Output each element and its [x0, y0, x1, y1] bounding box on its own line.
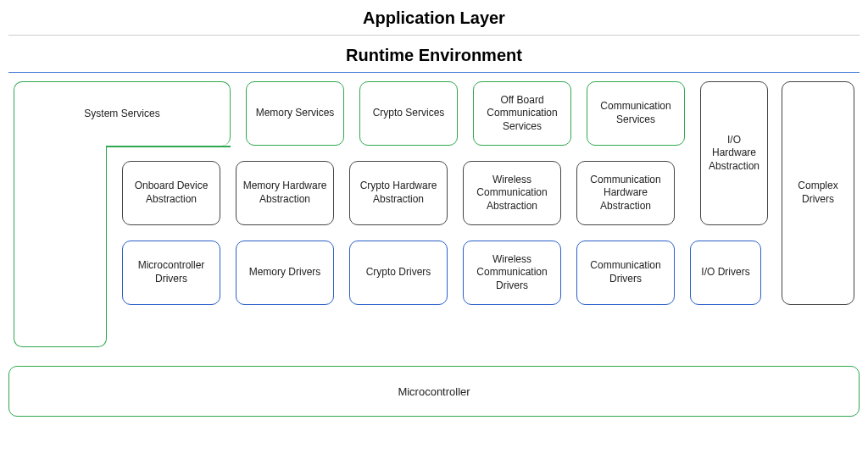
crypto-services-block: Crypto Services [359, 81, 458, 146]
communication-hw-abstraction-block: Communication Hardware Abstraction [576, 161, 675, 225]
crypto-drivers-block: Crypto Drivers [349, 241, 448, 305]
communication-drivers-block: Communication Drivers [576, 241, 675, 305]
onboard-device-abstraction-label: Onboard Device Abstraction [128, 180, 214, 206]
system-services-block-stem [14, 146, 107, 347]
system-services-patch [15, 139, 106, 156]
microcontroller-drivers-block: Microcontroller Drivers [122, 241, 220, 305]
wireless-comm-drivers-block: Wireless Communication Drivers [463, 241, 561, 305]
memory-services-block: Memory Services [246, 81, 344, 146]
io-hardware-abstraction-block: I/O Hardware Abstraction [700, 81, 768, 225]
wireless-comm-abstraction-block: Wireless Communication Abstraction [463, 161, 561, 225]
diagram-root: Application Layer Runtime Environment Sy… [0, 8, 868, 417]
communication-services-label: Communication Services [593, 100, 679, 126]
wireless-comm-drivers-label: Wireless Communication Drivers [469, 253, 555, 293]
io-drivers-block: I/O Drivers [690, 241, 761, 305]
memory-hw-abstraction-label: Memory Hardware Abstraction [242, 180, 328, 206]
offboard-comm-services-label: Off Board Communication Services [479, 94, 565, 134]
microcontroller-block: Microcontroller [8, 366, 860, 417]
complex-drivers-label: Complex Drivers [787, 180, 849, 206]
communication-drivers-label: Communication Drivers [582, 259, 669, 285]
crypto-drivers-label: Crypto Drivers [366, 266, 431, 279]
system-services-block: System Services [14, 81, 231, 146]
bsw-grid: System Services Memory Services Crypto S… [8, 81, 860, 352]
microcontroller-label: Microcontroller [398, 385, 470, 398]
complex-drivers-block: Complex Drivers [782, 81, 854, 305]
memory-services-label: Memory Services [256, 107, 335, 120]
communication-hw-abstraction-label: Communication Hardware Abstraction [582, 174, 669, 213]
microcontroller-drivers-label: Microcontroller Drivers [128, 259, 214, 285]
onboard-device-abstraction-block: Onboard Device Abstraction [122, 161, 220, 225]
memory-drivers-label: Memory Drivers [249, 266, 321, 279]
crypto-hw-abstraction-label: Crypto Hardware Abstraction [355, 180, 442, 206]
runtime-environment-title: Runtime Environment [346, 46, 522, 65]
crypto-hw-abstraction-block: Crypto Hardware Abstraction [349, 161, 448, 225]
divider-runtime [8, 72, 860, 73]
memory-hw-abstraction-block: Memory Hardware Abstraction [236, 161, 334, 225]
io-hardware-abstraction-label: I/O Hardware Abstraction [706, 134, 762, 174]
offboard-comm-services-block: Off Board Communication Services [473, 81, 571, 146]
memory-drivers-block: Memory Drivers [236, 241, 334, 305]
wireless-comm-abstraction-label: Wireless Communication Abstraction [469, 174, 555, 213]
io-drivers-label: I/O Drivers [701, 266, 749, 279]
divider-application [8, 35, 860, 36]
application-layer-title: Application Layer [363, 8, 505, 28]
system-services-inner-edge [107, 146, 231, 147]
communication-services-block: Communication Services [587, 81, 685, 146]
crypto-services-label: Crypto Services [373, 107, 445, 120]
system-services-label: System Services [84, 108, 159, 121]
